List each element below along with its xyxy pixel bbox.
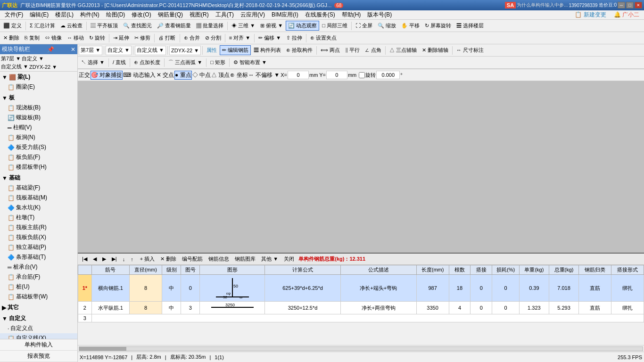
menu-draw[interactable]: 绘图(D)	[103, 10, 128, 19]
sidebar-item-custom-category[interactable]: ▼ 自定义	[0, 313, 77, 323]
toolbar2-split[interactable]: ⊘ 分割	[203, 33, 223, 43]
style-dropdown[interactable]: ZDYX-22 ▼	[29, 64, 57, 70]
fullscreen-btn[interactable]: ⛶ 全屏	[353, 21, 375, 31]
sidebar-item-spiral-slab[interactable]: 🔄 螺旋板(B)	[0, 113, 77, 123]
dynamic-input-btn[interactable]: ⌨ 动态输入	[123, 71, 155, 79]
sidebar-pin-icon[interactable]: 📌	[47, 46, 54, 53]
find-element-btn[interactable]: 🔍 查找图元	[121, 21, 154, 31]
sidebar-item-pile[interactable]: 📋 桩(U)	[0, 282, 77, 292]
sidebar-item-floor-band[interactable]: 📋 楼层板带(H)	[0, 162, 77, 172]
sidebar-item-other-category[interactable]: ▶ 其它	[0, 303, 77, 313]
menu-edit[interactable]: 编辑(E)	[27, 10, 51, 19]
horizontal-scrollbar[interactable]	[78, 345, 644, 352]
rotate-value-input[interactable]	[376, 71, 400, 79]
tb3-angle-btn[interactable]: ∠ 点角	[363, 45, 383, 55]
delete-row-btn[interactable]: ✕ 删除	[158, 255, 179, 263]
floor-type-dropdown[interactable]: 自定义 ▼	[22, 55, 44, 62]
sum-calc-btn[interactable]: Σ 汇总计算	[27, 21, 58, 31]
menu-version[interactable]: 版本号(B)	[364, 10, 395, 19]
tb3-aux-3pt-btn[interactable]: △ 三点辅轴	[387, 45, 419, 55]
menu-service[interactable]: 在线服务(S)	[302, 10, 338, 19]
tb3-del-aux-btn[interactable]: ✕ 删除辅轴	[420, 45, 451, 55]
tb3-edit-rebar-btn[interactable]: ✏ 编辑钢筋	[220, 45, 251, 55]
sidebar-item-sump[interactable]: 🔷 集水坑(K)	[0, 203, 77, 213]
minimize-button[interactable]: ─	[618, 2, 625, 8]
insert-btn[interactable]: + 插入	[138, 255, 157, 263]
nav-up-btn[interactable]: ↑	[128, 255, 136, 263]
nav-prev-btn[interactable]: ◀	[91, 255, 99, 263]
vertex-btn[interactable]: △ 顶点	[211, 71, 230, 79]
table-row[interactable]: 3	[78, 314, 644, 322]
numbering-btn[interactable]: 编号配筋	[180, 255, 205, 263]
coord-btn[interactable]: ⊕ 坐标	[230, 71, 248, 79]
intersection-btn[interactable]: ✕ 交点	[157, 71, 174, 79]
toolbar2-mirror[interactable]: ⇔ 镜像	[42, 33, 64, 43]
tb3-parallel-btn[interactable]: ∥ 平行	[343, 45, 362, 55]
zoom-btn[interactable]: 🔍 缩放	[375, 21, 398, 31]
tb3-line-dropdown[interactable]: 自定义线 ▼	[135, 46, 166, 55]
align-top-btn[interactable]: ▤ 平齐板顶	[88, 21, 120, 31]
rebar-lib-btn[interactable]: 钢筋图库	[232, 255, 258, 263]
table-row[interactable]: 1* 横向钢筋.1 8 中 0 50	[78, 275, 644, 302]
ortho-btn[interactable]: 正交	[79, 71, 90, 79]
sidebar-item-beam-category[interactable]: ▼ 🟫 梁(L)	[0, 72, 77, 82]
close-button[interactable]: ✕	[635, 2, 642, 8]
object-snap-btn[interactable]: 🎯 对象捕捉	[91, 71, 123, 80]
sidebar-item-strip-found[interactable]: 🔷 条形基础(T)	[0, 252, 77, 262]
sidebar-item-custom-point[interactable]: · 自定义点	[0, 323, 77, 333]
sidebar-item-found-band[interactable]: 📋 基础板带(W)	[0, 292, 77, 302]
endpoint-btn[interactable]: ● 重点	[174, 71, 192, 80]
dynamic-view-btn[interactable]: 🔄 动态观察	[286, 21, 319, 31]
pan-btn[interactable]: ✋ 平移	[399, 21, 422, 31]
x-input[interactable]	[288, 71, 309, 79]
sidebar-item-found-beam[interactable]: 📋 基础梁(F)	[0, 183, 77, 193]
menu-file[interactable]: 文件(F)	[2, 10, 26, 19]
toolbar2-merge[interactable]: ⊕ 合并	[182, 33, 202, 43]
batch-select-btn[interactable]: ▦ 批量选择	[194, 21, 226, 31]
guangxiao-btn[interactable]: 🔔 广小二	[611, 10, 642, 19]
tb3-component-list-btn[interactable]: ☰ 构件列表	[251, 45, 283, 55]
menu-help[interactable]: 帮助(H)	[339, 10, 364, 19]
menu-modify[interactable]: 修改(O)	[129, 10, 154, 19]
tb3-style-dropdown[interactable]: ZDYX-22 ▼	[169, 46, 201, 55]
scroll-track[interactable]	[79, 346, 643, 351]
define-btn[interactable]: ⬛ 定义	[1, 21, 24, 31]
sidebar-item-raft-neg-rebar[interactable]: 📋 筏板负筋(X)	[0, 232, 77, 242]
top-view-btn[interactable]: ⊞ 俯视 ▼	[258, 21, 285, 31]
menu-tools[interactable]: 工具(T)	[213, 10, 237, 19]
tb4-rect-btn[interactable]: □ 矩形	[208, 58, 228, 67]
menu-floor[interactable]: 楼层(L)	[52, 10, 76, 19]
sidebar-item-slab-category[interactable]: ▼ 板	[0, 93, 77, 103]
close-table-btn[interactable]: 关闭	[281, 255, 297, 263]
floor-dropdown[interactable]: 第7层 ▼	[1, 55, 21, 62]
screen-rotate-btn[interactable]: ↻ 屏幕旋转	[422, 21, 454, 31]
toolbar2-edit[interactable]: ✏ 偏移 ▼	[256, 33, 283, 43]
select-floor-btn[interactable]: ☰ 选择楼层	[454, 21, 486, 31]
other-btn[interactable]: 其他 ▼	[259, 255, 281, 263]
tb4-smart-btn[interactable]: ⚙ 智能布置 ▼	[231, 58, 269, 67]
sidebar-item-pile-cap[interactable]: ═ 桩承台(V)	[0, 262, 77, 272]
scroll-thumb[interactable]	[79, 347, 126, 351]
sidebar-item-raft[interactable]: 📋 筏板基础(M)	[0, 193, 77, 203]
maximize-button[interactable]: □	[626, 2, 634, 8]
rebar-info-btn[interactable]: 钢筋信息	[206, 255, 231, 263]
toolbar2-print[interactable]: 🖨 打断	[156, 33, 178, 43]
nav-down-btn[interactable]: ↓	[120, 255, 128, 263]
menu-component[interactable]: 构件(N)	[77, 10, 102, 19]
cloud-check-btn[interactable]: ☁ 云检查	[58, 21, 85, 31]
sidebar-item-column-cap[interactable]: ═ 柱帽(V)	[0, 123, 77, 132]
sidebar-item-slab-hole[interactable]: 📋 板洞(N)	[0, 132, 77, 142]
nav-first-btn[interactable]: |◀	[80, 255, 90, 263]
sidebar-item-ring-beam[interactable]: 📋 圈梁(E)	[0, 82, 77, 92]
toolbar2-rotate[interactable]: ↻ 旋转	[87, 33, 107, 43]
toolbar2-align[interactable]: ≡ 对齐 ▼	[227, 33, 253, 43]
report-preview-btn[interactable]: 报表预览	[0, 351, 77, 362]
nav-next-btn[interactable]: ▶	[100, 255, 108, 263]
tb3-custom-dropdown[interactable]: 自定义 ▼	[106, 46, 132, 55]
nav-last-btn[interactable]: ▶|	[109, 255, 119, 263]
sidebar-close-icon[interactable]: ✕	[71, 46, 75, 53]
sidebar-item-raft-main-rebar[interactable]: 📋 筏板主筋(R)	[0, 222, 77, 232]
sidebar-item-cap-rebar[interactable]: 📋 承台筋(F)	[0, 272, 77, 282]
tb3-dim-btn[interactable]: ↔ 尺寸标注	[454, 45, 486, 55]
sidebar-item-custom-line[interactable]: 📋 自定义线(X)	[0, 333, 77, 339]
